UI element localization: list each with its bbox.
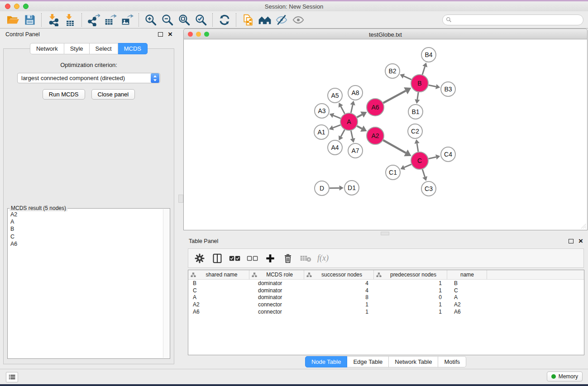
graph-edge-A2-C[interactable] [383, 140, 406, 153]
control-panel-tabs: NetworkStyleSelectMCDS [0, 43, 177, 54]
graph-edge-A-A5[interactable] [341, 106, 345, 114]
table-cell: connector [249, 309, 304, 315]
float-table-panel-icon[interactable] [569, 239, 574, 243]
mcds-result-item[interactable]: C [10, 233, 170, 240]
result-scrollbar[interactable] [163, 209, 169, 358]
shared-column-icon [306, 272, 312, 277]
graph-edge-C-C1[interactable] [404, 164, 411, 167]
graph-edge-C-C4[interactable] [429, 157, 436, 159]
table-row[interactable]: Cdominator41C [188, 287, 584, 294]
toolbar-separator [236, 13, 236, 27]
mcds-result-item[interactable]: A2 [10, 211, 170, 218]
task-history-button[interactable] [6, 372, 18, 382]
tab-edge-table[interactable]: Edge Table [347, 356, 389, 367]
tab-motifs[interactable]: Motifs [438, 356, 466, 367]
table-row[interactable]: Bdominator41B [188, 280, 584, 287]
memory-button[interactable]: Memory [547, 372, 583, 381]
tab-mcds[interactable]: MCDS [118, 43, 148, 54]
mcds-result-item[interactable]: A6 [10, 240, 170, 248]
toolbar-separator [139, 13, 139, 27]
zoom-fit-button[interactable] [176, 13, 192, 27]
graph-edge-A-A4[interactable] [341, 130, 344, 137]
add-column-button[interactable] [261, 250, 279, 267]
graph-edge-A-A2[interactable] [357, 126, 362, 129]
graph-edge-A-A7[interactable] [351, 131, 353, 139]
deselect-all-button[interactable] [244, 250, 261, 267]
save-session-button[interactable] [21, 13, 38, 27]
close-table-panel-icon[interactable]: × [578, 238, 583, 243]
duplicate-network-button[interactable] [239, 13, 256, 27]
show-graphics-details-button[interactable] [290, 13, 306, 27]
float-panel-icon[interactable] [158, 32, 163, 37]
tab-network-table[interactable]: Network Table [389, 356, 438, 367]
network-view-window: testGlobe.txt AA1A2A3A4A5A6A7A8BB1B2B3B4… [183, 29, 588, 230]
tab-select[interactable]: Select [90, 43, 118, 54]
tab-node-table[interactable]: Node Table [305, 356, 348, 367]
graph-node-label: B1 [411, 108, 419, 115]
node-table: shared nameMCDS rolesuccessor nodesprede… [188, 270, 584, 355]
import-network-button[interactable] [45, 13, 62, 27]
zoom-selected-button[interactable] [192, 13, 209, 27]
column-header-shared-name[interactable]: shared name [188, 270, 249, 279]
export-network-button[interactable] [85, 13, 102, 27]
graph-edge-B-B1[interactable] [417, 92, 418, 100]
search-field[interactable] [442, 14, 583, 25]
criterion-dropdown[interactable]: largest connected component (directed) [17, 73, 160, 83]
graph-edge-B-B4[interactable] [422, 67, 425, 75]
zoom-out-button[interactable] [159, 13, 176, 27]
graph-edge-C-C2[interactable] [417, 143, 418, 152]
select-all-button[interactable] [226, 250, 244, 267]
network-canvas[interactable]: AA1A2A3A4A5A6A7A8BB1B2B3B4CC1C2C3C4DD1 [183, 39, 588, 230]
refresh-layout-button[interactable] [216, 13, 233, 27]
graph-edge-C-C3[interactable] [422, 169, 425, 177]
function-builder-button[interactable]: f(x) [314, 250, 332, 267]
column-header-mcds-role[interactable]: MCDS role [249, 270, 304, 279]
export-image-button[interactable] [119, 13, 135, 27]
show-all-networks-button[interactable] [256, 13, 273, 27]
table-cell: connector [249, 301, 304, 308]
horizontal-splitter-handle[interactable] [381, 232, 389, 235]
table-cell: 8 [304, 294, 374, 300]
close-panel-icon[interactable]: × [168, 32, 172, 37]
run-mcds-button[interactable]: Run MCDS [43, 89, 85, 100]
table-settings-button[interactable] [191, 250, 208, 267]
table-cell: 1 [374, 309, 447, 315]
network-window-titlebar[interactable]: testGlobe.txt [183, 29, 588, 39]
graph-edge-A-A6[interactable] [357, 114, 362, 117]
zoom-in-button[interactable] [142, 13, 159, 27]
graph-edge-A-A3[interactable] [333, 115, 340, 118]
graph-edge-B-B2[interactable] [404, 76, 411, 80]
table-row[interactable]: Adominator80A [188, 294, 584, 301]
tab-style[interactable]: Style [64, 43, 90, 54]
delete-table-button[interactable] [296, 250, 314, 267]
hide-graphics-details-button[interactable] [273, 13, 290, 27]
graph-node-label: B4 [425, 51, 432, 58]
memory-status-icon [551, 374, 556, 379]
table-body: Bdominator41BCdominator41CAdominator80AA… [188, 280, 584, 315]
resize-grip-icon[interactable] [580, 223, 586, 229]
graph-edge-B-B3[interactable] [429, 85, 436, 86]
graph-edge-A6-B[interactable] [383, 91, 406, 103]
table-row[interactable]: A2connector11A2 [188, 301, 584, 308]
export-table-button[interactable] [102, 13, 119, 27]
import-table-button[interactable] [62, 13, 78, 27]
column-header-successor-nodes[interactable]: successor nodes [304, 270, 374, 279]
column-header-predecessor-nodes[interactable]: predecessor nodes [374, 270, 447, 279]
zoom-fit-icon [178, 14, 191, 26]
graph-edge-A-A1[interactable] [333, 125, 341, 128]
vertical-splitter-handle[interactable] [178, 195, 183, 203]
table-row[interactable]: A6connector11A6 [188, 308, 584, 315]
columns-icon [212, 253, 222, 264]
mcds-result-item[interactable]: B [10, 225, 170, 233]
delete-column-button[interactable] [279, 250, 296, 267]
search-input[interactable] [454, 16, 580, 24]
column-visibility-button[interactable] [208, 250, 226, 267]
open-file-button[interactable] [5, 13, 21, 27]
mcds-result-item[interactable]: A [10, 218, 170, 225]
network-graph[interactable]: AA1A2A3A4A5A6A7A8BB1B2B3B4CC1C2C3C4DD1 [184, 39, 587, 229]
column-header-name[interactable]: name [447, 270, 487, 279]
tab-network[interactable]: Network [30, 43, 64, 54]
close-panel-button[interactable]: Close panel [91, 89, 135, 100]
mcds-result-list[interactable]: A2ABCA6 [8, 209, 170, 248]
graph-edge-A-A8[interactable] [351, 105, 353, 113]
